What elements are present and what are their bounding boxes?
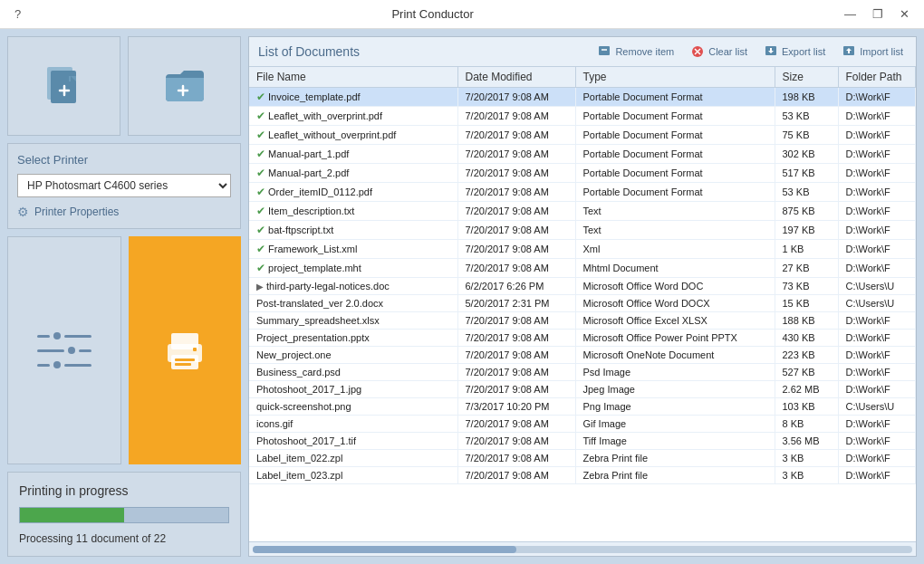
import-list-label: Import list xyxy=(860,46,903,57)
table-row[interactable]: ✔ Order_itemID_0112.pdf 7/20/2017 9:08 A… xyxy=(249,183,916,202)
cell-path: D:\Work\F xyxy=(838,347,916,364)
cell-filename: ▶ third-party-legal-notices.doc xyxy=(249,278,457,295)
printer-select[interactable]: HP Photosmart C4600 series xyxy=(17,174,231,197)
cell-path: D:\Work\F xyxy=(838,416,916,433)
cell-type: Png Image xyxy=(575,398,775,416)
progress-title: Printing in progress xyxy=(19,483,229,498)
cell-path: D:\Work\F xyxy=(838,183,916,202)
cell-filename: Label_item_022.zpl xyxy=(249,450,457,467)
documents-table: File Name Date Modified Type Size Folder… xyxy=(249,67,916,484)
import-list-button[interactable]: Import list xyxy=(838,43,907,61)
table-row[interactable]: Photoshoot_2017_1.jpg 7/20/2017 9:08 AM … xyxy=(249,381,916,398)
cell-size: 1 KB xyxy=(775,240,838,259)
cell-size: 875 KB xyxy=(775,202,838,221)
cell-date: 7/20/2017 9:08 AM xyxy=(457,107,575,126)
cell-size: 527 KB xyxy=(775,364,838,381)
cell-date: 7/20/2017 9:08 AM xyxy=(457,330,575,347)
table-row[interactable]: icons.gif 7/20/2017 9:08 AM Gif Image 8 … xyxy=(249,416,916,433)
cell-date: 5/20/2017 2:31 PM xyxy=(457,295,575,312)
cell-path: D:\Work\F xyxy=(838,433,916,450)
cell-date: 7/20/2017 9:08 AM xyxy=(457,240,575,259)
clear-list-label: Clear list xyxy=(708,46,747,57)
table-row[interactable]: ✔ Invoice_template.pdf 7/20/2017 9:08 AM… xyxy=(249,88,916,107)
cell-type: Gif Image xyxy=(575,416,775,433)
svg-rect-8 xyxy=(599,46,610,55)
scroll-thumb[interactable] xyxy=(253,546,516,553)
cell-path: D:\Work\F xyxy=(838,221,916,240)
progress-bar-fill xyxy=(20,508,124,522)
remove-item-button[interactable]: Remove item xyxy=(593,43,678,61)
top-buttons xyxy=(7,36,241,136)
table-row[interactable]: Project_presentation.pptx 7/20/2017 9:08… xyxy=(249,330,916,347)
add-folder-button[interactable] xyxy=(128,36,241,136)
table-container[interactable]: File Name Date Modified Type Size Folder… xyxy=(249,67,916,541)
window-title: Print Conductor xyxy=(28,7,837,21)
printer-properties-button[interactable]: ⚙ Printer Properties xyxy=(17,205,231,219)
cell-type: Xml xyxy=(575,240,775,259)
printer-properties-label: Printer Properties xyxy=(34,206,119,218)
cell-date: 7/20/2017 9:08 AM xyxy=(457,259,575,278)
table-row[interactable]: Business_card.psd 7/20/2017 9:08 AM Psd … xyxy=(249,364,916,381)
line-bar-long-3 xyxy=(64,364,91,367)
print-button[interactable] xyxy=(129,236,241,464)
select-printer-label: Select Printer xyxy=(17,153,231,167)
export-icon xyxy=(764,44,778,59)
close-button[interactable]: ✕ xyxy=(892,5,917,23)
cell-type: Portable Document Format xyxy=(575,107,775,126)
cell-date: 7/20/2017 9:08 AM xyxy=(457,312,575,330)
table-row[interactable]: Photoshoot_2017_1.tif 7/20/2017 9:08 AM … xyxy=(249,433,916,450)
scrollbar-area[interactable] xyxy=(249,541,916,556)
add-files-button[interactable] xyxy=(7,36,120,136)
cell-path: D:\Work\F xyxy=(838,88,916,107)
cell-type: Microsoft Office Power Point PPTX xyxy=(575,330,775,347)
line-bar-long-2 xyxy=(37,349,64,352)
col-filename: File Name xyxy=(249,67,457,88)
cell-type: Zebra Print file xyxy=(575,467,775,484)
maximize-button[interactable]: ❐ xyxy=(865,5,890,23)
cell-path: D:\Work\F xyxy=(838,381,916,398)
cell-date: 7/20/2017 9:08 AM xyxy=(457,467,575,484)
table-row[interactable]: Label_item_022.zpl 7/20/2017 9:08 AM Zeb… xyxy=(249,450,916,467)
check-icon: ✔ xyxy=(256,129,265,141)
table-row[interactable]: ✔ Manual-part_2.pdf 7/20/2017 9:08 AM Po… xyxy=(249,164,916,183)
clear-icon xyxy=(690,44,705,59)
table-row[interactable]: ✔ bat-ftpscript.txt 7/20/2017 9:08 AM Te… xyxy=(249,221,916,240)
table-row[interactable]: ✔ Leaflet_without_overprint.pdf 7/20/201… xyxy=(249,126,916,145)
table-row[interactable]: New_project.one 7/20/2017 9:08 AM Micros… xyxy=(249,347,916,364)
table-row[interactable]: ▶ third-party-legal-notices.doc 6/2/2017… xyxy=(249,278,916,295)
table-row[interactable]: Post-translated_ver 2.0.docx 5/20/2017 2… xyxy=(249,295,916,312)
cell-date: 7/20/2017 9:08 AM xyxy=(457,221,575,240)
check-icon: ✔ xyxy=(256,91,265,103)
cell-path: D:\Work\F xyxy=(838,330,916,347)
cell-date: 6/2/2017 6:26 PM xyxy=(457,278,575,295)
table-row[interactable]: ✔ Item_description.txt 7/20/2017 9:08 AM… xyxy=(249,202,916,221)
scroll-track[interactable] xyxy=(253,546,912,553)
table-row[interactable]: Label_item_023.zpl 7/20/2017 9:08 AM Zeb… xyxy=(249,467,916,484)
cell-path: D:\Work\F xyxy=(838,450,916,467)
table-row[interactable]: ✔ Framework_List.xml 7/20/2017 9:08 AM X… xyxy=(249,240,916,259)
cell-size: 73 KB xyxy=(775,278,838,295)
export-list-button[interactable]: Export list xyxy=(760,43,829,61)
cell-filename: ✔ Framework_List.xml xyxy=(249,240,457,259)
check-icon: ✔ xyxy=(256,262,265,274)
table-row[interactable]: ✔ Leaflet_with_overprint.pdf 7/20/2017 9… xyxy=(249,107,916,126)
minimize-button[interactable]: — xyxy=(837,5,863,23)
doc-list-title: List of Documents xyxy=(258,44,360,59)
cell-size: 15 KB xyxy=(775,295,838,312)
cell-type: Portable Document Format xyxy=(575,88,775,107)
table-row[interactable]: Summary_spreadsheet.xlsx 7/20/2017 9:08 … xyxy=(249,312,916,330)
clear-list-button[interactable]: Clear list xyxy=(687,43,751,61)
help-button[interactable]: ? xyxy=(7,5,28,23)
table-row[interactable]: ✔ project_template.mht 7/20/2017 9:08 AM… xyxy=(249,259,916,278)
cell-type: Microsoft Office Word DOCX xyxy=(575,295,775,312)
cell-filename: New_project.one xyxy=(249,347,457,364)
cell-size: 3.56 MB xyxy=(775,433,838,450)
table-row[interactable]: quick-screenshot.png 7/3/2017 10:20 PM P… xyxy=(249,398,916,416)
printer-section: Select Printer HP Photosmart C4600 serie… xyxy=(7,143,241,229)
cell-size: 430 KB xyxy=(775,330,838,347)
add-folder-icon xyxy=(162,63,207,109)
table-row[interactable]: ✔ Manual-part_1.pdf 7/20/2017 9:08 AM Po… xyxy=(249,145,916,164)
main-content: Select Printer HP Photosmart C4600 serie… xyxy=(0,29,924,564)
remove-icon xyxy=(597,44,611,59)
cell-type: Portable Document Format xyxy=(575,126,775,145)
